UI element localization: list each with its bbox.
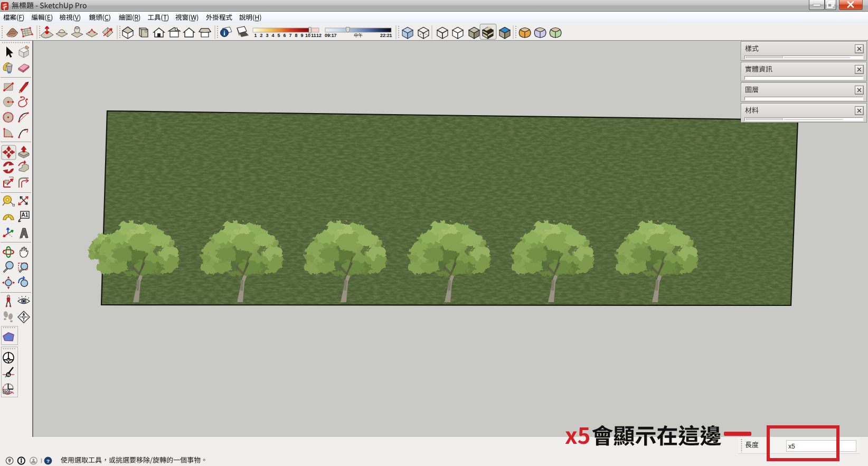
svg-text:N: N [7, 359, 10, 362]
svg-text:9: 9 [301, 33, 304, 38]
svg-text:22:21: 22:21 [380, 33, 392, 38]
svg-text:GO: GO [4, 390, 9, 394]
svg-text:N: N [7, 373, 10, 377]
svg-text:2: 2 [260, 33, 263, 38]
svg-text:6: 6 [284, 33, 286, 38]
svg-text:?: ? [46, 458, 50, 464]
svg-text:8: 8 [295, 33, 298, 38]
svg-text:11: 11 [311, 33, 316, 38]
svg-text:09:17: 09:17 [325, 33, 337, 38]
svg-text:10: 10 [305, 33, 310, 38]
svg-text:4: 4 [272, 33, 275, 38]
svg-text:A1: A1 [22, 212, 29, 218]
svg-text:1: 1 [254, 33, 257, 38]
svg-text:C: C [23, 315, 25, 319]
svg-text:3: 3 [266, 33, 269, 38]
svg-text:7: 7 [289, 33, 292, 38]
svg-text:5: 5 [278, 33, 280, 38]
svg-text:12: 12 [316, 33, 322, 38]
